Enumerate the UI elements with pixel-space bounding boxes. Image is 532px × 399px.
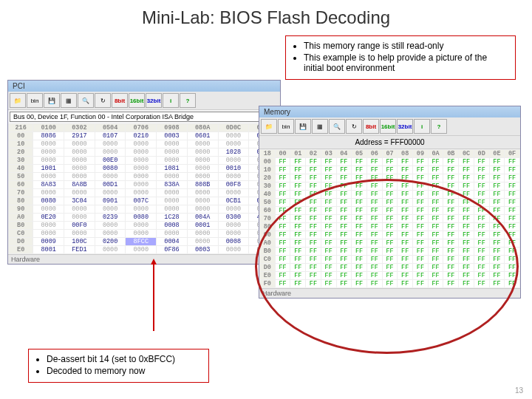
word-button[interactable]: 16bit [129, 93, 145, 108]
save-icon[interactable]: 💾 [44, 93, 60, 108]
memory-table: 18000102030405060708090A0B0C0D0E0F00FFFF… [259, 149, 520, 288]
info-icon[interactable]: i [414, 119, 430, 134]
pci-footer: Hardware [8, 254, 280, 264]
page-number: 13 [515, 386, 523, 395]
memory-toolbar: 📁 bin 💾 ▦ 🔍 ↻ 8bit 16bit 32bit i ? [259, 117, 520, 136]
save-icon[interactable]: 💾 [295, 119, 311, 134]
byte-button[interactable]: 8bit [112, 93, 128, 108]
slide-title: Mini-Lab: BIOS Flash Decoding [0, 0, 532, 35]
memory-footer: Hardware [259, 288, 520, 298]
open-icon[interactable]: 📁 [10, 93, 26, 108]
pci-table: 21601000302050407060908080A0D0C0F0E00808… [8, 123, 280, 254]
open-icon[interactable]: 📁 [261, 119, 277, 134]
address-bar: Address = FFF00000 [259, 136, 520, 149]
search-icon[interactable]: 🔍 [329, 119, 345, 134]
memory-title: Memory [259, 106, 520, 117]
grid-icon[interactable]: ▦ [61, 93, 77, 108]
help-icon[interactable]: ? [431, 119, 447, 134]
note-deassert: De-assert bit 14 (set to 0xBFCC) Decoded… [28, 349, 209, 383]
search-icon[interactable]: 🔍 [78, 93, 94, 108]
callout-arrow [153, 261, 154, 331]
note-readonly: This memory range is still read-only Thi… [285, 35, 516, 80]
dword-button[interactable]: 32bit [397, 119, 413, 134]
help-icon[interactable]: ? [180, 93, 196, 108]
dword-button[interactable]: 32bit [146, 93, 162, 108]
pci-window: PCI 📁 bin 💾 ▦ 🔍 ↻ 8bit 16bit 32bit i ? B… [7, 80, 281, 265]
pci-title: PCI [8, 81, 280, 92]
info-icon[interactable]: i [163, 93, 179, 108]
bin-icon[interactable]: bin [27, 93, 43, 108]
grid-icon[interactable]: ▦ [312, 119, 328, 134]
refresh-icon[interactable]: ↻ [346, 119, 362, 134]
word-button[interactable]: 16bit [380, 119, 396, 134]
bus-selector[interactable]: Bus 00, Device 1F, Function 00 - Intel C… [10, 112, 279, 122]
bin-icon[interactable]: bin [278, 119, 294, 134]
byte-button[interactable]: 8bit [363, 119, 379, 134]
refresh-icon[interactable]: ↻ [95, 93, 111, 108]
pci-toolbar: 📁 bin 💾 ▦ 🔍 ↻ 8bit 16bit 32bit i ? [8, 92, 280, 110]
memory-window: Memory 📁 bin 💾 ▦ 🔍 ↻ 8bit 16bit 32bit i … [259, 106, 521, 299]
